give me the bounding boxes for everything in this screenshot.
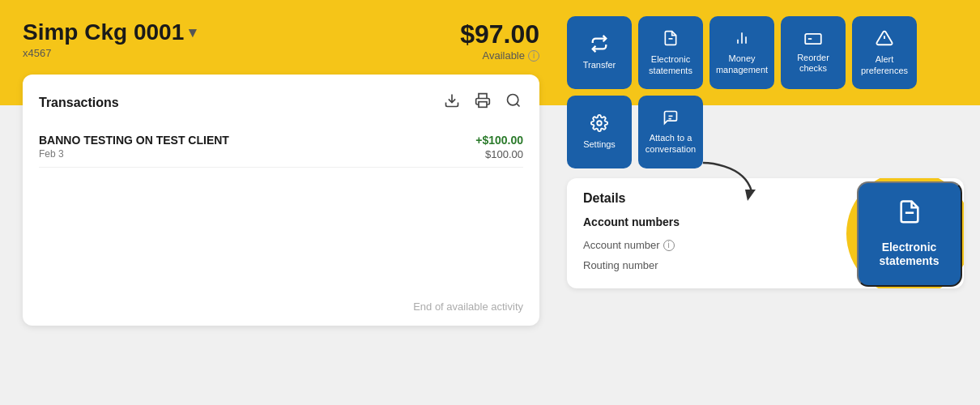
page-container: Simp Ckg 0001 ▾ x4567 $97.00 Available i… bbox=[0, 0, 980, 405]
estmt-big-label: Electronic statements bbox=[868, 241, 951, 268]
estmt-big-icon bbox=[897, 199, 922, 234]
action-electronic-statements[interactable]: Electronic statements bbox=[638, 16, 703, 89]
reorder-checks-label: Reorder checks bbox=[784, 53, 842, 74]
transaction-amount-positive: +$100.00 bbox=[475, 134, 523, 147]
transactions-card: Transactions bbox=[23, 75, 539, 326]
account-title: Simp Ckg 0001 ▾ bbox=[23, 19, 196, 45]
balance-group: $97.00 Available i bbox=[460, 19, 539, 62]
conversation-icon bbox=[662, 109, 680, 128]
svg-line-3 bbox=[517, 104, 520, 107]
account-number-label: Account number i bbox=[583, 239, 675, 251]
estmt-icon bbox=[663, 29, 679, 49]
arrow-annotation bbox=[695, 159, 760, 211]
svg-point-12 bbox=[597, 121, 602, 126]
transaction-info: BANNO TESTING ON TEST CLIENT Feb 3 bbox=[39, 134, 229, 160]
available-info-icon[interactable]: i bbox=[528, 50, 539, 62]
electronic-statements-overlay: Electronic statements bbox=[846, 178, 964, 288]
electronic-statements-big-button[interactable]: Electronic statements bbox=[857, 181, 962, 287]
action-attach-conversation[interactable]: Attach to a conversation bbox=[638, 96, 703, 168]
routing-number-label: Routing number bbox=[583, 259, 658, 271]
details-section: Details Account numbers Account number i… bbox=[567, 178, 964, 288]
left-panel: Simp Ckg 0001 ▾ x4567 $97.00 Available i… bbox=[0, 0, 559, 405]
settings-icon bbox=[590, 114, 608, 134]
reorder-checks-icon bbox=[804, 32, 822, 48]
action-reorder-checks[interactable]: Reorder checks bbox=[781, 16, 846, 89]
transactions-title: Transactions bbox=[39, 96, 119, 110]
account-suffix: x4567 bbox=[23, 47, 196, 59]
action-transfer[interactable]: Transfer bbox=[567, 16, 632, 89]
transactions-icons bbox=[442, 91, 523, 114]
estmt-label: Electronic statements bbox=[641, 54, 700, 75]
account-header: Simp Ckg 0001 ▾ x4567 $97.00 Available i bbox=[23, 19, 539, 62]
download-button[interactable] bbox=[442, 91, 462, 114]
action-money-management[interactable]: Money management bbox=[709, 16, 774, 89]
table-row: BANNO TESTING ON TEST CLIENT Feb 3 +$100… bbox=[39, 127, 523, 168]
action-settings[interactable]: Settings bbox=[567, 96, 632, 168]
right-panel: Transfer Electronic statements bbox=[559, 0, 980, 405]
transaction-amounts: +$100.00 $100.00 bbox=[475, 134, 523, 160]
svg-marker-15 bbox=[745, 190, 756, 201]
action-alert-preferences[interactable]: Alert preferences bbox=[852, 16, 917, 89]
account-chevron-icon[interactable]: ▾ bbox=[189, 23, 196, 41]
alert-icon bbox=[876, 29, 893, 49]
settings-label: Settings bbox=[583, 139, 616, 150]
transactions-header: Transactions bbox=[39, 91, 523, 114]
search-button[interactable] bbox=[504, 91, 523, 114]
account-number-info-icon[interactable]: i bbox=[663, 240, 675, 251]
print-button[interactable] bbox=[473, 91, 492, 114]
account-name-text: Simp Ckg 0001 bbox=[23, 19, 184, 45]
money-mgmt-icon bbox=[733, 30, 751, 49]
svg-rect-1 bbox=[479, 102, 487, 108]
transaction-date: Feb 3 bbox=[39, 148, 229, 160]
available-label: Available i bbox=[460, 49, 539, 62]
actions-grid: Transfer Electronic statements bbox=[567, 16, 964, 168]
end-activity-text: End of available activity bbox=[413, 301, 523, 313]
alert-pref-label: Alert preferences bbox=[855, 54, 914, 75]
transaction-amount-base: $100.00 bbox=[475, 148, 523, 160]
svg-rect-8 bbox=[805, 34, 821, 44]
account-balance: $97.00 bbox=[460, 19, 539, 49]
transaction-name: BANNO TESTING ON TEST CLIENT bbox=[39, 134, 229, 147]
svg-point-2 bbox=[508, 95, 518, 105]
attach-conv-label: Attach to a conversation bbox=[641, 133, 700, 154]
account-title-group: Simp Ckg 0001 ▾ x4567 bbox=[23, 19, 196, 59]
money-mgmt-label: Money management bbox=[713, 53, 771, 75]
transfer-icon bbox=[590, 35, 608, 55]
transfer-label: Transfer bbox=[583, 60, 616, 70]
